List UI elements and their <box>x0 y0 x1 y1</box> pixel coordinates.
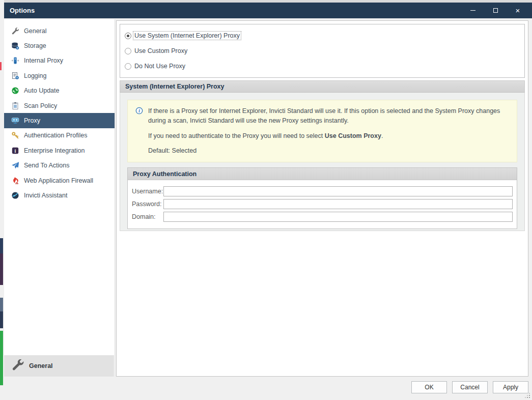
info-text: If you need to authenticate to the Proxy… <box>148 132 325 139</box>
maximize-button[interactable] <box>484 3 507 18</box>
minimize-icon <box>470 10 475 11</box>
background-navy-mark <box>0 238 3 253</box>
window-controls: × <box>462 3 529 18</box>
sidebar-item-label: Web Application Firewall <box>24 177 93 184</box>
wrench-icon <box>11 26 19 35</box>
sidebar-item-proxy[interactable]: Proxy <box>4 113 115 128</box>
radio-option-label[interactable]: Use Custom Proxy <box>133 47 188 55</box>
enterprise-info-icon: i <box>11 146 19 155</box>
sidebar-item-label: Scan Policy <box>24 102 57 109</box>
radio-option-use-custom-proxy[interactable]: Use Custom Proxy <box>125 43 520 59</box>
svg-text:i: i <box>14 148 16 154</box>
info-paragraph-1: If there is a Proxy set for Internet Exp… <box>148 106 510 126</box>
scan-policy-icon <box>11 101 19 110</box>
minimize-button[interactable] <box>462 3 484 18</box>
background-slate-mark <box>0 298 3 311</box>
sidebar-item-label: Logging <box>24 72 47 79</box>
sidebar: General Storage Internal Proxy <box>4 19 115 377</box>
category-description-label: General <box>29 362 53 369</box>
sidebar-item-label: Send To Actions <box>24 162 69 169</box>
sidebar-item-web-application-firewall[interactable]: Web Application Firewall <box>4 173 115 188</box>
background-navy-mark-2 <box>0 311 3 328</box>
sidebar-item-send-to-actions[interactable]: Send To Actions <box>4 158 115 173</box>
sidebar-item-storage[interactable]: Storage <box>4 38 115 53</box>
database-icon <box>11 42 19 50</box>
section-header-system-proxy: System (Internet Explorer) Proxy <box>120 80 525 93</box>
proxy-authentication-fields: Username: Password: Domain: <box>128 180 517 228</box>
dialog-button-bar: OK Cancel Apply <box>4 377 532 400</box>
sidebar-item-auto-update[interactable]: Auto Update <box>4 83 115 98</box>
radio-button-icon[interactable] <box>125 48 131 54</box>
info-paragraph-3: Default: Selected <box>148 146 510 156</box>
key-icon <box>11 131 19 140</box>
internal-proxy-icon <box>11 56 19 65</box>
firewall-flame-icon <box>11 176 19 185</box>
sidebar-item-logging[interactable]: Logging <box>4 68 115 83</box>
sidebar-item-authentication-profiles[interactable]: Authentication Profiles <box>4 128 115 143</box>
sidebar-item-invicti-assistant[interactable]: Invicti Assistant <box>4 188 115 203</box>
proxy-authentication-group: Proxy Authentication Username: Password: <box>127 167 517 229</box>
radio-option-label[interactable]: Use System (Internet Explorer) Proxy <box>133 32 241 40</box>
background-app-left-edge <box>0 0 4 400</box>
sidebar-item-label: Authentication Profiles <box>24 132 87 139</box>
background-green-mark <box>0 331 3 385</box>
sidebar-item-label: General <box>24 27 46 35</box>
sidebar-item-label: Proxy <box>24 117 40 124</box>
sidebar-item-internal-proxy[interactable]: Internal Proxy <box>4 53 115 68</box>
dialog-content: General Storage Internal Proxy <box>4 18 532 400</box>
logging-icon <box>11 71 19 80</box>
cancel-button[interactable]: Cancel <box>452 381 488 393</box>
proxy-authentication-header: Proxy Authentication <box>128 168 517 180</box>
wrench-icon-large <box>11 358 24 374</box>
radio-option-label[interactable]: Do Not Use Proxy <box>133 62 186 70</box>
password-row: Password: <box>132 199 513 209</box>
sidebar-item-scan-policy[interactable]: Scan Policy <box>4 98 115 113</box>
dialog-buttons: OK Cancel Apply <box>411 381 528 393</box>
sidebar-item-label: Storage <box>24 42 46 49</box>
window-title: Options <box>4 7 35 14</box>
password-field[interactable] <box>163 199 513 209</box>
proxy-icon <box>11 117 19 125</box>
domain-field[interactable] <box>163 212 513 222</box>
auto-update-icon <box>11 87 19 95</box>
system-proxy-section: i If there is a Proxy set for Internet E… <box>120 93 525 231</box>
password-label: Password: <box>132 201 163 208</box>
radio-option-use-system-proxy[interactable]: Use System (Internet Explorer) Proxy <box>125 28 520 43</box>
info-paragraph-2: If you need to authenticate to the Proxy… <box>148 131 510 141</box>
close-icon: × <box>516 7 520 14</box>
sidebar-item-enterprise-integration[interactable]: i Enterprise Integration <box>4 143 115 158</box>
options-dialog: Options × General Stor <box>4 3 532 400</box>
username-row: Username: <box>132 186 513 196</box>
info-box: i If there is a Proxy set for Internet E… <box>127 100 517 162</box>
sidebar-item-label: Auto Update <box>24 87 60 94</box>
radio-button-icon[interactable] <box>125 33 131 39</box>
settings-panel: Use System (Internet Explorer) Proxy Use… <box>116 20 528 377</box>
category-description-panel: General <box>4 355 114 377</box>
assistant-globe-icon <box>11 191 19 199</box>
sidebar-item-label: Enterprise Integration <box>24 147 85 154</box>
domain-label: Domain: <box>132 213 163 220</box>
resize-grip[interactable] <box>524 392 530 398</box>
sidebar-item-general[interactable]: General <box>4 23 115 38</box>
apply-button[interactable]: Apply <box>493 381 528 393</box>
screen: Options × General Stor <box>0 0 532 400</box>
domain-row: Domain: <box>132 212 513 222</box>
info-text: . <box>381 132 383 139</box>
sidebar-item-label: Internal Proxy <box>24 57 63 64</box>
info-text-bold: Use Custom Proxy <box>325 132 381 139</box>
background-purple-mark <box>0 253 3 285</box>
paper-plane-icon <box>11 161 19 170</box>
title-bar[interactable]: Options × <box>4 3 532 18</box>
background-red-mark <box>0 62 2 70</box>
svg-text:i: i <box>138 108 140 113</box>
username-field[interactable] <box>163 186 513 196</box>
username-label: Username: <box>132 188 163 195</box>
info-icon: i <box>135 107 143 118</box>
radio-option-do-not-use-proxy[interactable]: Do Not Use Proxy <box>125 59 520 74</box>
maximize-icon <box>493 8 498 13</box>
sidebar-item-label: Invicti Assistant <box>24 192 67 199</box>
close-button[interactable]: × <box>507 3 529 18</box>
proxy-mode-group: Use System (Internet Explorer) Proxy Use… <box>120 24 525 78</box>
radio-button-icon[interactable] <box>125 63 131 70</box>
ok-button[interactable]: OK <box>411 381 447 393</box>
